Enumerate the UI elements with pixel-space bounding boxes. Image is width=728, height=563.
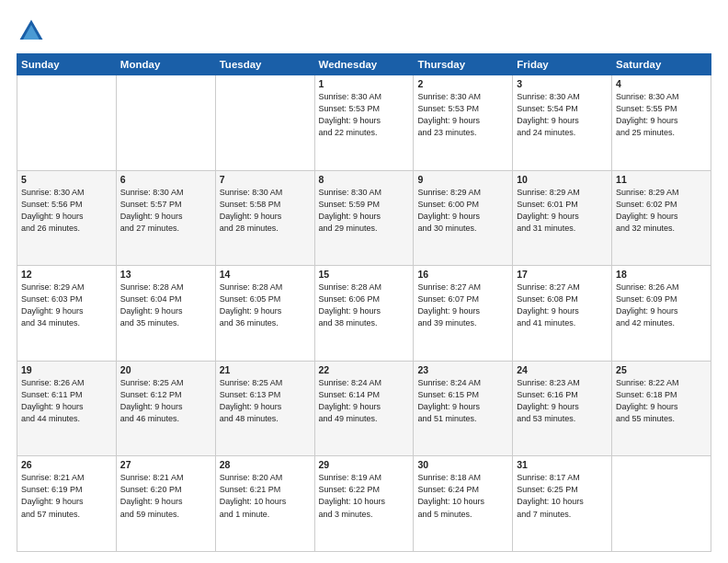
calendar-cell: 23Sunrise: 8:24 AM Sunset: 6:15 PM Dayli… [414,361,513,456]
day-info: Sunrise: 8:30 AM Sunset: 5:53 PM Dayligh… [417,91,508,139]
day-info: Sunrise: 8:29 AM Sunset: 6:01 PM Dayligh… [517,187,608,235]
calendar-cell: 2Sunrise: 8:30 AM Sunset: 5:53 PM Daylig… [414,75,513,171]
weekday-header: Friday [513,54,612,75]
day-info: Sunrise: 8:20 AM Sunset: 6:21 PM Dayligh… [220,472,311,520]
day-info: Sunrise: 8:29 AM Sunset: 6:02 PM Dayligh… [616,187,707,235]
day-info: Sunrise: 8:18 AM Sunset: 6:24 PM Dayligh… [417,472,508,520]
day-info: Sunrise: 8:24 AM Sunset: 6:15 PM Dayligh… [417,377,508,425]
day-info: Sunrise: 8:25 AM Sunset: 6:13 PM Dayligh… [220,377,311,425]
calendar-cell: 18Sunrise: 8:26 AM Sunset: 6:09 PM Dayli… [612,266,711,362]
day-info: Sunrise: 8:30 AM Sunset: 5:59 PM Dayligh… [319,187,410,235]
calendar-cell: 17Sunrise: 8:27 AM Sunset: 6:08 PM Dayli… [513,266,612,362]
calendar-cell: 7Sunrise: 8:30 AM Sunset: 5:58 PM Daylig… [215,170,314,266]
calendar-cell: 12Sunrise: 8:29 AM Sunset: 6:03 PM Dayli… [17,266,117,362]
day-number: 14 [220,269,311,280]
day-number: 7 [220,174,311,185]
day-number: 17 [517,269,608,280]
day-number: 9 [417,174,508,185]
day-number: 3 [517,78,608,89]
calendar-cell: 27Sunrise: 8:21 AM Sunset: 6:20 PM Dayli… [116,456,215,552]
day-info: Sunrise: 8:28 AM Sunset: 6:04 PM Dayligh… [120,282,211,329]
day-info: Sunrise: 8:24 AM Sunset: 6:14 PM Dayligh… [319,377,410,425]
calendar-cell: 3Sunrise: 8:30 AM Sunset: 5:54 PM Daylig… [513,75,612,171]
day-number: 22 [319,364,410,375]
calendar-cell: 31Sunrise: 8:17 AM Sunset: 6:25 PM Dayli… [513,456,612,552]
day-info: Sunrise: 8:28 AM Sunset: 6:06 PM Dayligh… [319,282,410,329]
calendar-cell: 19Sunrise: 8:26 AM Sunset: 6:11 PM Dayli… [17,361,117,456]
day-info: Sunrise: 8:29 AM Sunset: 6:03 PM Dayligh… [21,282,112,329]
day-info: Sunrise: 8:30 AM Sunset: 5:58 PM Dayligh… [220,187,311,235]
day-number: 30 [417,459,508,470]
calendar-cell: 24Sunrise: 8:23 AM Sunset: 6:16 PM Dayli… [513,361,612,456]
weekday-header: Tuesday [215,54,314,75]
weekday-header: Sunday [17,54,117,75]
calendar-cell [116,75,215,171]
calendar-cell: 30Sunrise: 8:18 AM Sunset: 6:24 PM Dayli… [414,456,513,552]
day-info: Sunrise: 8:21 AM Sunset: 6:20 PM Dayligh… [120,472,211,520]
header [17,17,711,46]
day-info: Sunrise: 8:30 AM Sunset: 5:57 PM Dayligh… [120,187,211,235]
logo [17,17,50,46]
calendar-cell: 10Sunrise: 8:29 AM Sunset: 6:01 PM Dayli… [513,170,612,266]
calendar-week-row: 5Sunrise: 8:30 AM Sunset: 5:56 PM Daylig… [17,170,711,266]
day-info: Sunrise: 8:30 AM Sunset: 5:53 PM Dayligh… [319,91,410,139]
day-number: 1 [319,78,410,89]
day-number: 26 [21,459,112,470]
day-info: Sunrise: 8:27 AM Sunset: 6:08 PM Dayligh… [517,282,608,329]
calendar-cell: 20Sunrise: 8:25 AM Sunset: 6:12 PM Dayli… [116,361,215,456]
day-info: Sunrise: 8:22 AM Sunset: 6:18 PM Dayligh… [616,377,707,425]
calendar-week-row: 1Sunrise: 8:30 AM Sunset: 5:53 PM Daylig… [17,75,711,171]
calendar-cell: 22Sunrise: 8:24 AM Sunset: 6:14 PM Dayli… [314,361,414,456]
day-info: Sunrise: 8:23 AM Sunset: 6:16 PM Dayligh… [517,377,608,425]
calendar-cell: 5Sunrise: 8:30 AM Sunset: 5:56 PM Daylig… [17,170,117,266]
weekday-header: Monday [116,54,215,75]
day-info: Sunrise: 8:25 AM Sunset: 6:12 PM Dayligh… [120,377,211,425]
day-number: 18 [616,269,707,280]
day-number: 6 [120,174,211,185]
weekday-header: Thursday [414,54,513,75]
day-number: 24 [517,364,608,375]
calendar-cell: 11Sunrise: 8:29 AM Sunset: 6:02 PM Dayli… [612,170,711,266]
calendar-table: SundayMondayTuesdayWednesdayThursdayFrid… [17,53,711,552]
day-number: 27 [120,459,211,470]
calendar-cell: 29Sunrise: 8:19 AM Sunset: 6:22 PM Dayli… [314,456,414,552]
calendar-cell [612,456,711,552]
day-number: 8 [319,174,410,185]
weekday-header: Saturday [612,54,711,75]
day-number: 20 [120,364,211,375]
day-number: 2 [417,78,508,89]
day-number: 15 [319,269,410,280]
weekday-header-row: SundayMondayTuesdayWednesdayThursdayFrid… [17,54,711,75]
page: SundayMondayTuesdayWednesdayThursdayFrid… [0,0,728,563]
day-info: Sunrise: 8:21 AM Sunset: 6:19 PM Dayligh… [21,472,112,520]
calendar-cell: 8Sunrise: 8:30 AM Sunset: 5:59 PM Daylig… [314,170,414,266]
calendar-cell: 9Sunrise: 8:29 AM Sunset: 6:00 PM Daylig… [414,170,513,266]
day-number: 12 [21,269,112,280]
day-info: Sunrise: 8:27 AM Sunset: 6:07 PM Dayligh… [417,282,508,329]
day-number: 13 [120,269,211,280]
day-info: Sunrise: 8:30 AM Sunset: 5:54 PM Dayligh… [517,91,608,139]
calendar-cell: 1Sunrise: 8:30 AM Sunset: 5:53 PM Daylig… [314,75,414,171]
day-number: 4 [616,78,707,89]
day-number: 11 [616,174,707,185]
day-number: 5 [21,174,112,185]
day-info: Sunrise: 8:29 AM Sunset: 6:00 PM Dayligh… [417,187,508,235]
calendar-cell: 15Sunrise: 8:28 AM Sunset: 6:06 PM Dayli… [314,266,414,362]
calendar-cell [17,75,117,171]
logo-icon [17,17,46,46]
calendar-cell: 4Sunrise: 8:30 AM Sunset: 5:55 PM Daylig… [612,75,711,171]
calendar-week-row: 12Sunrise: 8:29 AM Sunset: 6:03 PM Dayli… [17,266,711,362]
calendar-week-row: 26Sunrise: 8:21 AM Sunset: 6:19 PM Dayli… [17,456,711,552]
calendar-cell [215,75,314,171]
day-number: 28 [220,459,311,470]
day-info: Sunrise: 8:30 AM Sunset: 5:56 PM Dayligh… [21,187,112,235]
calendar-cell: 25Sunrise: 8:22 AM Sunset: 6:18 PM Dayli… [612,361,711,456]
calendar-cell: 28Sunrise: 8:20 AM Sunset: 6:21 PM Dayli… [215,456,314,552]
day-number: 19 [21,364,112,375]
calendar-cell: 16Sunrise: 8:27 AM Sunset: 6:07 PM Dayli… [414,266,513,362]
day-number: 16 [417,269,508,280]
calendar-cell: 14Sunrise: 8:28 AM Sunset: 6:05 PM Dayli… [215,266,314,362]
day-info: Sunrise: 8:30 AM Sunset: 5:55 PM Dayligh… [616,91,707,139]
weekday-header: Wednesday [314,54,414,75]
calendar-cell: 13Sunrise: 8:28 AM Sunset: 6:04 PM Dayli… [116,266,215,362]
